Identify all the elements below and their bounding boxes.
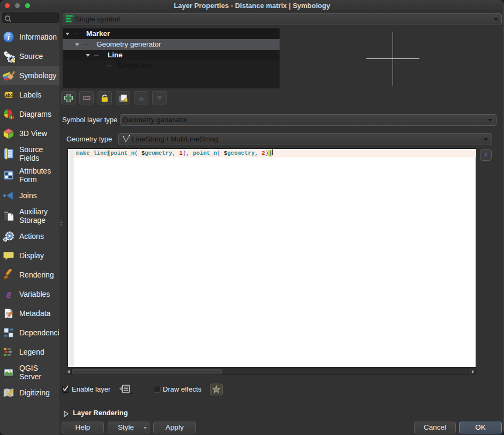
- svg-text:i: i: [7, 33, 10, 42]
- svg-text:ε: ε: [6, 288, 11, 300]
- svg-text:abc: abc: [5, 93, 13, 98]
